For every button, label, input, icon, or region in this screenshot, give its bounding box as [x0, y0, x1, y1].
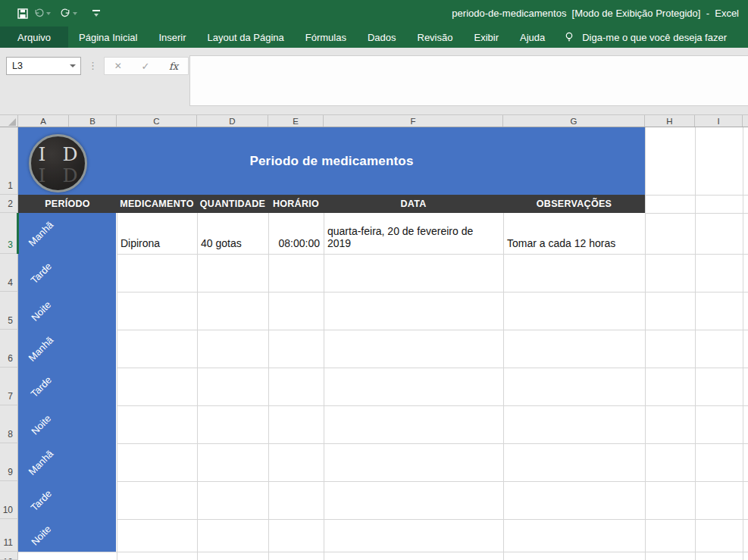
row-header-10[interactable]: 10 — [0, 481, 18, 519]
row-header-9[interactable]: 9 — [0, 443, 18, 481]
column-headers: A B C D E F G H I — [0, 114, 748, 127]
gridline — [695, 127, 696, 560]
table-header-row[interactable]: PERÍODO MEDICAMENTO QUANTIDADE HORÁRIO D… — [18, 195, 645, 213]
period-label: Noite — [18, 519, 64, 552]
cell-e3-horario[interactable]: 08:00:00 — [268, 213, 324, 254]
gridline — [117, 254, 748, 255]
gridline — [117, 519, 748, 520]
period-label: Manhã — [18, 443, 64, 481]
redo-icon — [60, 8, 71, 19]
tab-dados[interactable]: Dados — [357, 27, 407, 48]
tellme-box[interactable]: Diga-me o que você deseja fazer — [563, 27, 727, 48]
row-header-1[interactable]: 1 — [0, 127, 18, 195]
period-label: Noite — [18, 405, 64, 443]
tab-pagina-inicial[interactable]: Página Inicial — [68, 27, 148, 48]
customize-quick-access-icon[interactable] — [92, 10, 100, 17]
gridline — [503, 213, 504, 560]
name-box-value: L3 — [7, 61, 70, 71]
sheet-title: Periodo de medicamentos — [249, 154, 413, 169]
header-quantidade: QUANTIDADE — [197, 195, 268, 213]
gridline — [18, 552, 748, 552]
gridline — [117, 292, 748, 293]
col-header-c[interactable]: C — [117, 115, 197, 127]
undo-dropdown-icon[interactable] — [46, 12, 51, 15]
lightbulb-icon — [563, 31, 575, 43]
gridline — [197, 213, 198, 560]
enter-icon[interactable]: ✓ — [142, 61, 150, 72]
period-label: Tarde — [18, 368, 64, 405]
gridline — [117, 213, 117, 560]
row-header-12[interactable]: 12 — [0, 552, 18, 560]
header-observacoes: OBSERVAÇÕES — [503, 195, 645, 213]
header-periodo: PERÍODO — [18, 195, 117, 213]
col-header-f[interactable]: F — [324, 115, 503, 127]
row-header-6[interactable]: 6 — [0, 330, 18, 368]
title-banner-cell[interactable]: I D I D Periodo de medicamentos — [18, 127, 645, 195]
period-label: Manhã — [18, 213, 64, 254]
period-label: Manhã — [18, 330, 64, 368]
name-box[interactable]: L3 — [6, 57, 81, 75]
period-label: Tarde — [18, 254, 64, 292]
tab-arquivo[interactable]: Arquivo — [0, 27, 68, 48]
row-header-5[interactable]: 5 — [0, 292, 18, 330]
tab-layout-da-pagina[interactable]: Layout da Página — [197, 27, 295, 48]
gridline — [645, 195, 748, 196]
gridline — [645, 213, 748, 214]
formula-bar-area: L3 ⋮ ✕ ✓ fx — [0, 48, 748, 114]
selected-row-indicator — [17, 213, 19, 254]
gridline — [117, 481, 748, 482]
formula-buttons: ✕ ✓ fx — [104, 57, 189, 75]
tab-formulas[interactable]: Fórmulas — [295, 27, 357, 48]
gridline — [117, 443, 748, 444]
row-header-4[interactable]: 4 — [0, 254, 18, 292]
insert-function-icon[interactable]: fx — [169, 61, 178, 72]
save-icon[interactable] — [17, 8, 29, 20]
logo-text: I D — [33, 145, 83, 164]
redo-button[interactable] — [60, 8, 77, 19]
period-label: Tarde — [18, 481, 64, 519]
cell-d3-quantidade[interactable]: 40 gotas — [197, 213, 268, 254]
company-logo: I D I D — [29, 134, 87, 192]
select-all-button[interactable] — [0, 115, 18, 127]
gridline — [743, 127, 743, 560]
cell-g3-observacoes[interactable]: Tomar a cada 12 horas — [503, 213, 645, 254]
header-data: DATA — [324, 195, 503, 213]
undo-button[interactable] — [33, 8, 51, 19]
tellme-label: Diga-me o que você deseja fazer — [582, 32, 727, 43]
tab-ajuda[interactable]: Ajuda — [509, 27, 556, 48]
tab-revisao[interactable]: Revisão — [407, 27, 464, 48]
undo-icon — [33, 8, 45, 19]
col-header-h[interactable]: H — [645, 115, 695, 127]
row-header-7[interactable]: 7 — [0, 368, 18, 405]
col-header-d[interactable]: D — [197, 115, 268, 127]
row-header-2[interactable]: 2 — [0, 195, 18, 213]
row-header-11[interactable]: 11 — [0, 519, 18, 552]
logo-reflection: I D — [33, 165, 83, 184]
redo-dropdown-icon[interactable] — [73, 12, 77, 15]
cell-c3-medicamento[interactable]: Dipirona — [117, 213, 197, 254]
formula-bar-input[interactable] — [189, 55, 748, 106]
tab-inserir[interactable]: Inserir — [148, 27, 196, 48]
col-header-e[interactable]: E — [268, 115, 324, 127]
tab-exibir[interactable]: Exibir — [463, 27, 509, 48]
row-header-8[interactable]: 8 — [0, 405, 18, 443]
row-header-3[interactable]: 3 — [0, 213, 18, 254]
cell-f3-data[interactable]: quarta-feira, 20 de fevereiro de 2019 — [324, 213, 503, 254]
col-header-i[interactable]: I — [695, 115, 743, 127]
select-all-icon — [8, 118, 16, 126]
gridline — [268, 213, 269, 560]
grip-separator-icon: ⋮ — [88, 57, 98, 74]
header-horario: HORÁRIO — [268, 195, 324, 213]
name-box-dropdown-icon[interactable] — [70, 64, 76, 67]
col-header-partial[interactable] — [743, 115, 748, 127]
window-title: periodo-de-medicamentos [Modo de Exibiçã… — [100, 8, 748, 19]
titlebar: periodo-de-medicamentos [Modo de Exibiçã… — [0, 0, 748, 27]
cancel-icon[interactable]: ✕ — [114, 61, 122, 71]
spreadsheet-grid: 1 2 3 4 5 6 7 8 9 10 11 12 I D I D Perio… — [0, 127, 748, 560]
ribbon-tabs: Arquivo Página Inicial Inserir Layout da… — [0, 27, 748, 48]
gridline — [324, 213, 324, 560]
excel-window: periodo-de-medicamentos [Modo de Exibiçã… — [0, 0, 748, 560]
col-header-g[interactable]: G — [503, 115, 645, 127]
col-header-b[interactable]: B — [69, 115, 117, 127]
col-header-a[interactable]: A — [18, 115, 69, 127]
